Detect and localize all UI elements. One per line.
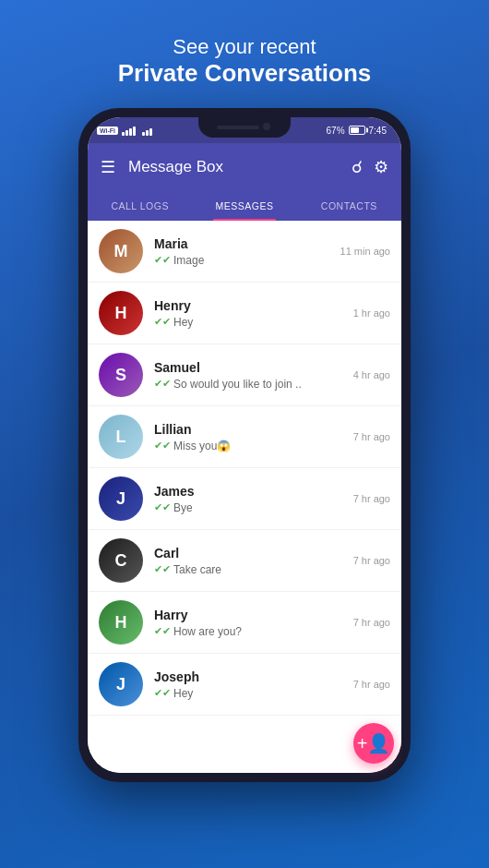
tab-call-logs[interactable]: CALL LOGS — [88, 191, 192, 221]
message-preview: ✔✔ How are you? — [154, 625, 346, 638]
read-check-icon: ✔✔ — [154, 316, 171, 328]
hero-line1: See your recent — [118, 35, 372, 59]
avatar: H — [99, 291, 143, 335]
msg-content: Carl ✔✔ Take care — [154, 546, 346, 576]
read-check-icon: ✔✔ — [154, 440, 171, 452]
list-item[interactable]: J Joseph ✔✔ Hey 7 hr ago — [88, 654, 401, 716]
app-title: Message Box — [128, 158, 340, 176]
hero-section: See your recent Private Conversations — [118, 35, 372, 88]
list-item[interactable]: H Harry ✔✔ How are you? 7 hr ago — [88, 592, 401, 654]
message-preview: ✔✔ Bye — [154, 501, 346, 514]
message-preview: ✔✔ Hey — [154, 316, 346, 329]
app-header: ☰ Message Box ☌ ⚙ — [88, 143, 401, 191]
message-preview: ✔✔ Take care — [154, 563, 346, 576]
settings-icon[interactable]: ⚙ — [374, 157, 388, 177]
avatar: L — [99, 415, 143, 459]
contact-name: Harry — [154, 608, 346, 622]
battery-icon — [349, 126, 365, 135]
message-time: 7 hr ago — [353, 679, 390, 690]
phone-screen: Wi-Fi 67% 7:45 — [88, 117, 401, 773]
message-preview: ✔✔ So would you like to join .. — [154, 378, 346, 391]
battery-pct: 67% — [327, 126, 345, 136]
preview-text: Image — [173, 254, 204, 267]
list-item[interactable]: L Lillian ✔✔ Miss you😱 7 hr ago — [88, 406, 401, 468]
message-preview: ✔✔ Image — [154, 254, 333, 267]
phone-frame: Wi-Fi 67% 7:45 — [78, 108, 411, 782]
avatar: H — [99, 600, 143, 645]
list-item[interactable]: H Henry ✔✔ Hey 1 hr ago — [88, 283, 401, 344]
menu-icon[interactable]: ☰ — [101, 157, 115, 177]
msg-content: Maria ✔✔ Image — [154, 236, 333, 267]
contact-name: James — [154, 484, 346, 499]
signal-bars — [122, 125, 136, 136]
avatar: C — [99, 538, 143, 583]
read-check-icon: ✔✔ — [154, 563, 171, 575]
contact-name: Carl — [154, 546, 346, 561]
msg-content: Harry ✔✔ How are you? — [154, 608, 346, 638]
preview-text: Hey — [173, 687, 193, 700]
read-check-icon: ✔✔ — [154, 254, 171, 266]
contact-name: Joseph — [154, 669, 346, 684]
list-item[interactable]: C Carl ✔✔ Take care 7 hr ago — [88, 530, 401, 592]
read-check-icon: ✔✔ — [154, 501, 171, 513]
add-contact-button[interactable]: +👤 — [353, 723, 394, 764]
preview-text: Miss you😱 — [173, 440, 231, 452]
message-time: 7 hr ago — [353, 493, 390, 504]
preview-text: How are you? — [173, 625, 242, 638]
status-left: Wi-Fi — [97, 125, 152, 136]
status-right: 67% 7:45 — [327, 126, 387, 136]
battery-fill — [351, 127, 359, 133]
add-contact-icon: +👤 — [357, 732, 391, 754]
avatar: M — [99, 229, 143, 273]
message-preview: ✔✔ Miss you😱 — [154, 440, 346, 452]
avatar: J — [99, 476, 143, 521]
list-item[interactable]: S Samuel ✔✔ So would you like to join ..… — [88, 344, 401, 406]
tab-contacts[interactable]: CONTACTS — [297, 191, 401, 221]
list-item[interactable]: M Maria ✔✔ Image 11 min ago — [88, 221, 401, 283]
message-preview: ✔✔ Hey — [154, 687, 346, 700]
tab-messages[interactable]: MESSAGES — [192, 191, 296, 221]
msg-content: Joseph ✔✔ Hey — [154, 669, 346, 700]
msg-content: James ✔✔ Bye — [154, 484, 346, 514]
message-time: 7 hr ago — [353, 617, 390, 628]
message-time: 7 hr ago — [353, 431, 390, 442]
msg-content: Henry ✔✔ Hey — [154, 298, 346, 329]
message-list: M Maria ✔✔ Image 11 min ago H Henry ✔✔ H… — [88, 221, 401, 773]
read-check-icon: ✔✔ — [154, 625, 171, 637]
search-icon[interactable]: ☌ — [352, 157, 363, 177]
message-time: 4 hr ago — [353, 369, 390, 380]
clock: 7:45 — [369, 126, 387, 136]
msg-content: Samuel ✔✔ So would you like to join .. — [154, 360, 346, 391]
preview-text: Bye — [173, 501, 193, 514]
carrier-label: Wi-Fi — [97, 127, 118, 135]
read-check-icon: ✔✔ — [154, 378, 171, 390]
preview-text: Take care — [173, 563, 221, 576]
message-time: 7 hr ago — [353, 555, 390, 566]
notch — [198, 117, 291, 138]
hero-line2: Private Conversations — [118, 59, 372, 88]
avatar: J — [99, 662, 143, 706]
list-item[interactable]: J James ✔✔ Bye 7 hr ago — [88, 468, 401, 530]
avatar: S — [99, 353, 143, 397]
preview-text: Hey — [173, 316, 193, 329]
tabs: CALL LOGS MESSAGES CONTACTS — [88, 191, 401, 221]
contact-name: Henry — [154, 298, 346, 313]
signal-bars-2 — [142, 125, 152, 136]
msg-content: Lillian ✔✔ Miss you😱 — [154, 422, 346, 452]
contact-name: Lillian — [154, 422, 346, 437]
notch-speaker — [217, 126, 259, 129]
read-check-icon: ✔✔ — [154, 687, 171, 699]
preview-text: So would you like to join .. — [173, 378, 302, 391]
message-time: 1 hr ago — [353, 307, 390, 319]
message-time: 11 min ago — [340, 246, 390, 257]
notch-camera — [263, 123, 270, 130]
contact-name: Maria — [154, 236, 333, 251]
contact-name: Samuel — [154, 360, 346, 375]
